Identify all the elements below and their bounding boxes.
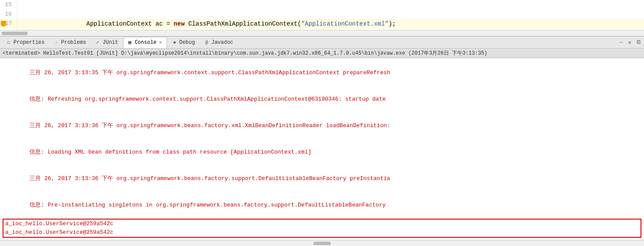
main-container: 15 16 17 ApplicationContext ac = new Cla… bbox=[0, 0, 644, 246]
console-status-bar: <terminated> HelloTest.Test01 [JUnit] D:… bbox=[0, 49, 644, 58]
javadoc-icon: @ bbox=[204, 39, 210, 46]
problems-icon: ⚠ bbox=[53, 39, 59, 46]
console-icon: ▤ bbox=[127, 39, 133, 46]
tab-junit-label: JUnit bbox=[103, 39, 118, 46]
code-editor: 15 16 17 ApplicationContext ac = new Cla… bbox=[0, 0, 644, 36]
tab-junit[interactable]: ✓ JUnit bbox=[91, 37, 122, 48]
tab-properties[interactable]: ☐ Properties bbox=[2, 37, 49, 48]
console-line-8: a_ioc_hello.UserService@259a542c bbox=[5, 228, 639, 237]
bottom-scrollbar-thumb[interactable] bbox=[313, 242, 331, 245]
console-box-1: a_ioc_hello.UserService@259a542c a_ioc_h… bbox=[3, 219, 641, 238]
console-line-5: 三月 26, 2017 3:13:36 下午 org.springframewo… bbox=[3, 166, 641, 192]
code-scrollbar-thumb[interactable] bbox=[2, 32, 28, 35]
console-line-6: 信息: Pre-instantiating singletons in org.… bbox=[3, 192, 641, 218]
junit-icon: ✓ bbox=[95, 39, 101, 46]
status-text: <terminated> HelloTest.Test01 [JUnit] D:… bbox=[3, 49, 488, 57]
tab-problems-label: Problems bbox=[61, 39, 86, 46]
code-lines: 15 16 17 ApplicationContext ac = new Cla… bbox=[0, 0, 644, 30]
maximize-button[interactable]: ✕ bbox=[626, 38, 633, 47]
tab-debug[interactable]: ✱ Debug bbox=[168, 37, 199, 48]
console-close-button[interactable]: ✕ bbox=[158, 39, 163, 45]
console-line-1: 三月 26, 2017 3:13:35 下午 org.springframewo… bbox=[3, 60, 641, 86]
tab-console-label: Console bbox=[135, 39, 156, 46]
line-number-16: 16 bbox=[0, 10, 17, 19]
tab-bar-controls: — ✕ ⧉ bbox=[618, 38, 642, 47]
tab-javadoc-label: Javadoc bbox=[211, 39, 233, 46]
tab-problems[interactable]: ⚠ Problems bbox=[49, 37, 90, 48]
restore-button[interactable]: ⧉ bbox=[635, 38, 642, 46]
bottom-panel: ☐ Properties ⚠ Problems ✓ JUnit ▤ Consol… bbox=[0, 36, 644, 246]
line-number-17: 17 bbox=[0, 19, 17, 29]
bookmark-icon bbox=[1, 21, 6, 27]
code-scrollbar[interactable] bbox=[0, 30, 644, 36]
properties-icon: ☐ bbox=[6, 39, 12, 46]
console-line-4: 信息: Loading XML bean definitions from cl… bbox=[3, 139, 641, 165]
tab-javadoc[interactable]: @ Javadoc bbox=[200, 37, 237, 48]
tab-debug-label: Debug bbox=[179, 39, 195, 46]
console-line-7: a_ioc_hello.UserService@259a542c bbox=[5, 220, 639, 228]
bottom-scrollbar[interactable] bbox=[0, 240, 644, 246]
tab-properties-label: Properties bbox=[13, 39, 45, 46]
console-line-2: 信息: Refreshing org.springframework.conte… bbox=[3, 86, 641, 112]
line-number-15: 15 bbox=[0, 0, 17, 10]
minimize-button[interactable]: — bbox=[618, 38, 624, 46]
console-line-3: 三月 26, 2017 3:13:36 下午 org.springframewo… bbox=[3, 113, 641, 139]
debug-icon: ✱ bbox=[172, 39, 178, 46]
console-output: 三月 26, 2017 3:13:35 下午 org.springframewo… bbox=[0, 58, 644, 240]
tab-console[interactable]: ▤ Console ✕ bbox=[123, 37, 167, 48]
code-line-15: 15 bbox=[0, 0, 644, 10]
tab-bar: ☐ Properties ⚠ Problems ✓ JUnit ▤ Consol… bbox=[0, 36, 644, 49]
